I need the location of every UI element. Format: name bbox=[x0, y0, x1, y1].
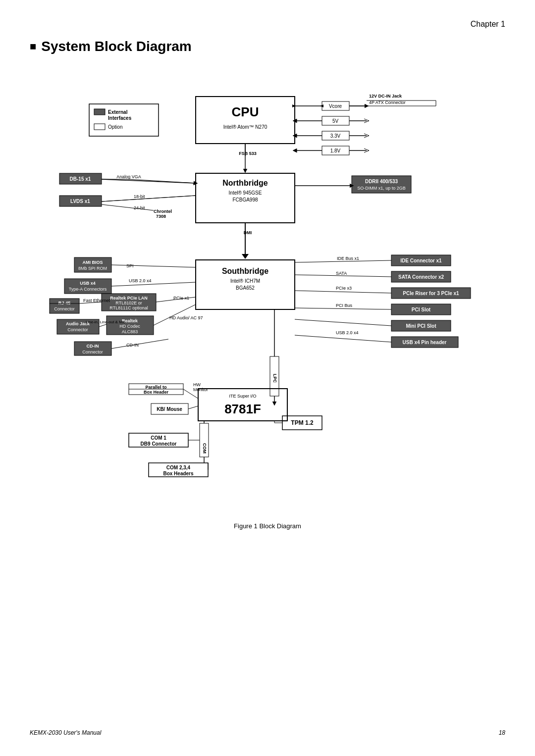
svg-text:Interfaces: Interfaces bbox=[108, 115, 132, 121]
svg-line-116 bbox=[295, 291, 391, 293]
svg-text:Type-A Connectors: Type-A Connectors bbox=[69, 287, 107, 292]
svg-text:SO-DIMM x1, up to 2GB: SO-DIMM x1, up to 2GB bbox=[357, 186, 406, 191]
svg-text:Intel® Atom™ N270: Intel® Atom™ N270 bbox=[223, 124, 268, 130]
svg-text:DB9 Connector: DB9 Connector bbox=[141, 441, 177, 447]
svg-text:COM 1: COM 1 bbox=[151, 435, 166, 441]
svg-text:3.3V: 3.3V bbox=[330, 133, 341, 139]
block-diagram: External Interfaces Option CPU Intel® At… bbox=[30, 69, 505, 515]
svg-text:IDE Bus x1: IDE Bus x1 bbox=[337, 256, 359, 261]
svg-text:External: External bbox=[108, 109, 128, 115]
svg-text:FSB 533: FSB 533 bbox=[239, 151, 257, 156]
svg-text:Monitor: Monitor bbox=[193, 387, 208, 392]
svg-text:PCIe x3: PCIe x3 bbox=[336, 286, 352, 291]
chapter-label: Chapter 1 bbox=[30, 20, 505, 29]
page: Chapter 1 System Block Diagram External … bbox=[0, 0, 535, 756]
svg-text:Connector: Connector bbox=[54, 306, 75, 311]
svg-text:Connector: Connector bbox=[82, 350, 103, 354]
svg-text:SATA Connector x2: SATA Connector x2 bbox=[398, 274, 444, 280]
svg-text:8781F: 8781F bbox=[224, 402, 261, 416]
svg-line-76 bbox=[111, 282, 196, 286]
svg-text:Chrontel: Chrontel bbox=[154, 209, 172, 214]
svg-text:Intel® 945GSE: Intel® 945GSE bbox=[229, 190, 262, 196]
svg-text:SATA: SATA bbox=[336, 271, 347, 276]
footer: KEMX-2030 User's Manual 18 bbox=[30, 729, 505, 736]
svg-line-120 bbox=[295, 308, 391, 309]
svg-text:ALC883: ALC883 bbox=[122, 329, 138, 334]
svg-text:IDE Connector x1: IDE Connector x1 bbox=[400, 258, 442, 263]
svg-text:LPC: LPC bbox=[272, 374, 277, 383]
footer-right: 18 bbox=[499, 729, 505, 736]
svg-text:HW: HW bbox=[193, 382, 201, 387]
footer-left: KEMX-2030 User's Manual bbox=[30, 729, 101, 736]
svg-line-144 bbox=[188, 406, 198, 409]
svg-text:CPU: CPU bbox=[232, 104, 259, 119]
svg-rect-1 bbox=[94, 109, 105, 115]
svg-text:DB-15 x1: DB-15 x1 bbox=[70, 176, 91, 182]
svg-text:Intel® ICH7M: Intel® ICH7M bbox=[230, 278, 260, 284]
svg-text:1.8V: 1.8V bbox=[330, 148, 341, 153]
svg-text:RJ-45: RJ-45 bbox=[58, 301, 71, 305]
svg-text:RTL8102E or: RTL8102E or bbox=[115, 301, 142, 305]
figure-caption: Figure 1 Block Diagram bbox=[30, 522, 505, 530]
svg-line-49 bbox=[129, 179, 196, 183]
svg-line-104 bbox=[111, 339, 168, 349]
svg-rect-6 bbox=[196, 97, 295, 144]
svg-text:LVDS x1: LVDS x1 bbox=[70, 199, 90, 204]
svg-text:PCI Slot: PCI Slot bbox=[412, 307, 431, 312]
svg-rect-4 bbox=[94, 124, 105, 130]
svg-text:5V: 5V bbox=[332, 118, 339, 124]
svg-line-54 bbox=[102, 200, 134, 202]
svg-text:HD Audio/ AC 97: HD Audio/ AC 97 bbox=[169, 315, 203, 320]
svg-text:Box Headers: Box Headers bbox=[163, 471, 194, 476]
svg-text:HD Codec: HD Codec bbox=[119, 324, 140, 329]
svg-text:Line-in, Line-out & Mic: Line-in, Line-out & Mic bbox=[86, 320, 125, 324]
svg-text:BGA652: BGA652 bbox=[236, 285, 255, 291]
svg-text:CD-IN: CD-IN bbox=[87, 344, 99, 349]
svg-text:RTL8111C optional: RTL8111C optional bbox=[109, 305, 148, 310]
svg-line-127 bbox=[295, 335, 391, 342]
svg-text:TPM 1.2: TPM 1.2 bbox=[291, 419, 314, 426]
svg-text:Mini PCI Slot: Mini PCI Slot bbox=[406, 323, 436, 329]
svg-text:PCIe Riser for 3 PCIe x1: PCIe Riser for 3 PCIe x1 bbox=[403, 291, 459, 296]
svg-text:FCBGA998: FCBGA998 bbox=[232, 197, 258, 202]
svg-line-97 bbox=[99, 324, 107, 327]
svg-text:ITE Super I/O: ITE Super I/O bbox=[229, 394, 256, 399]
svg-text:USB x4: USB x4 bbox=[80, 281, 96, 286]
svg-text:Northbridge: Northbridge bbox=[222, 179, 268, 187]
svg-text:7308: 7308 bbox=[156, 214, 166, 219]
svg-text:Option: Option bbox=[108, 124, 122, 130]
svg-text:Box Header: Box Header bbox=[144, 390, 169, 395]
svg-text:USB x4 Pin header: USB x4 Pin header bbox=[403, 340, 447, 345]
svg-text:DDRII 400/533: DDRII 400/533 bbox=[365, 179, 398, 184]
svg-text:8Mb SPI ROM: 8Mb SPI ROM bbox=[78, 266, 107, 271]
svg-text:KB/ Mouse: KB/ Mouse bbox=[157, 406, 182, 412]
svg-text:24-bit: 24-bit bbox=[134, 205, 145, 210]
svg-text:Connector: Connector bbox=[67, 327, 88, 332]
svg-text:Realtek PCIe LAN: Realtek PCIe LAN bbox=[110, 296, 148, 301]
svg-text:COM: COM bbox=[202, 443, 207, 454]
svg-text:PCI Bus: PCI Bus bbox=[336, 303, 353, 308]
svg-text:Vcore: Vcore bbox=[329, 103, 342, 109]
svg-text:SPI: SPI bbox=[126, 263, 134, 268]
svg-text:12V DC-IN Jack: 12V DC-IN Jack bbox=[369, 94, 402, 99]
svg-text:Southbridge: Southbridge bbox=[222, 267, 268, 275]
svg-text:18-bit: 18-bit bbox=[134, 194, 145, 199]
svg-marker-62 bbox=[242, 254, 249, 259]
svg-line-71 bbox=[111, 265, 196, 267]
svg-line-59 bbox=[102, 204, 154, 210]
svg-text:AMI BIOS: AMI BIOS bbox=[82, 260, 103, 265]
svg-line-99 bbox=[154, 304, 196, 325]
svg-text:Analog VGA: Analog VGA bbox=[116, 174, 141, 179]
svg-text:USB 2.0 x4: USB 2.0 x4 bbox=[129, 278, 152, 283]
svg-text:COM 2,3,4: COM 2,3,4 bbox=[166, 465, 191, 470]
page-title: System Block Diagram bbox=[30, 39, 505, 54]
svg-text:USB 2.0 x4: USB 2.0 x4 bbox=[336, 330, 359, 335]
svg-line-123 bbox=[295, 319, 391, 326]
